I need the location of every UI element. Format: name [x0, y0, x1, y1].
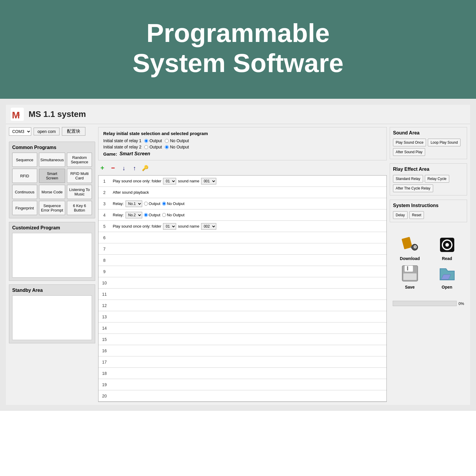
prog-btn-continuous[interactable]: Continuous — [12, 185, 37, 199]
relay-effect-title: Rlay Effect Area — [393, 167, 464, 172]
sound-select[interactable]: 001 — [201, 178, 216, 184]
app-logo: M S — [11, 108, 24, 121]
edit-button[interactable]: 🔑 — [141, 164, 149, 172]
relay-no-output-label[interactable]: No Output — [162, 213, 184, 217]
common-programs-title: Common Programs — [12, 145, 92, 150]
relay-btn-relay-cycle[interactable]: Relay Cycle — [425, 175, 449, 183]
table-row: 7 — [98, 243, 386, 255]
row-content — [110, 339, 386, 340]
folder-select[interactable]: 01 — [163, 223, 176, 230]
row-content — [110, 328, 386, 329]
port-select[interactable]: COM3 — [9, 127, 31, 136]
table-row: 13 — [98, 311, 386, 322]
relay2-no-output-radio[interactable] — [165, 145, 169, 149]
prog-btn-rfid[interactable]: RFID — [12, 169, 37, 183]
row-number: 10 — [98, 281, 110, 285]
prog-btn-sequence[interactable]: Sequence — [12, 153, 37, 167]
prog-btn-sequence-error-prompt[interactable]: Sequence Error Prompt — [39, 201, 65, 215]
sound-btn-after-sound-play[interactable]: After Sound Play — [393, 148, 425, 156]
sys-btn-reset[interactable]: Reset — [409, 211, 424, 219]
relay-output-label[interactable]: Output — [144, 201, 160, 206]
config-block-button[interactable]: 配置块 — [62, 127, 85, 136]
relay-no-output-radio[interactable] — [162, 213, 166, 217]
move-up-button[interactable]: ↑ — [130, 164, 139, 172]
save-icon — [400, 264, 419, 283]
svg-point-9 — [445, 243, 449, 247]
table-row: 11 — [98, 289, 386, 300]
table-row: 5 Play sound once only: folder 01 sound … — [98, 221, 386, 232]
row-content — [110, 395, 386, 397]
table-row: 4 Relay: No.2 Output No Output — [98, 209, 386, 221]
table-row: 19 — [98, 379, 386, 390]
relay1-no-output-label[interactable]: No Output — [165, 138, 189, 143]
sound-btn-play-sound-once[interactable]: Play Sound Once — [393, 139, 426, 146]
relay-no-output-label[interactable]: No Output — [162, 201, 184, 206]
prog-btn-fingerprint[interactable]: Fingerprint — [12, 201, 37, 215]
relay2-output-label[interactable]: Output — [144, 145, 162, 149]
row-number: 20 — [98, 394, 110, 398]
header-title: Programmable System Software — [12, 18, 464, 78]
customized-program-box — [12, 233, 92, 278]
relay2-no-output-label[interactable]: No Output — [165, 145, 189, 149]
download-button[interactable]: ⚙ Download — [393, 235, 427, 261]
relay-output-label[interactable]: Output — [144, 213, 160, 217]
relay1-output-label[interactable]: Output — [144, 138, 162, 143]
relay-num-select[interactable]: No.2 — [126, 212, 142, 218]
right-panel: Sound Area Play Sound OnceLoop Play Soun… — [390, 127, 467, 402]
row-number: 18 — [98, 371, 110, 376]
table-row: 8 — [98, 255, 386, 266]
prog-btn-morse-code[interactable]: Morse Code — [39, 185, 65, 199]
relay1-no-output-radio[interactable] — [165, 139, 169, 143]
common-programs-grid: SequenceSimultaneousRandom SequenceRFIDS… — [12, 153, 92, 215]
prog-btn-random-sequence[interactable]: Random Sequence — [67, 153, 92, 167]
add-button[interactable]: + — [98, 164, 107, 172]
sound-select[interactable]: 002 — [201, 223, 216, 230]
relay-config: Relay initial state selection and select… — [98, 127, 387, 160]
open-button[interactable]: Open — [430, 264, 464, 289]
prog-btn-6-key-6-button[interactable]: 6 Key 6 Button — [67, 201, 92, 215]
system-instructions-buttons: DelayReset — [393, 211, 464, 219]
program-table: 1 Play sound once only: folder 01 sound … — [98, 175, 387, 402]
relay2-output-radio[interactable] — [144, 145, 148, 149]
progress-bar — [393, 301, 457, 306]
game-label: Game: — [103, 151, 117, 156]
row-number: 8 — [98, 258, 110, 263]
prog-btn-listening-to-music[interactable]: Listening To Music — [67, 185, 92, 199]
app-title: MS 1.1 system — [29, 109, 86, 119]
sound-btn-loop-play-sound[interactable]: Loop Play Sound — [428, 139, 460, 146]
table-row: 15 — [98, 334, 386, 345]
move-down-button[interactable]: ↓ — [120, 164, 128, 172]
sys-btn-delay[interactable]: Delay — [393, 211, 408, 219]
row-content: Relay: No.1 Output No Output — [110, 200, 386, 208]
prog-btn-rfid-multi-card[interactable]: RFID Multi Card — [67, 169, 92, 183]
open-icon — [438, 264, 457, 283]
sound-name-label: sound name — [178, 179, 199, 183]
save-button[interactable]: Save — [393, 264, 427, 289]
row-content — [110, 260, 386, 261]
prog-btn-simultaneous[interactable]: Simultaneous — [39, 153, 65, 167]
read-button[interactable]: Read — [430, 235, 464, 261]
row-content — [110, 237, 386, 238]
system-instructions: System Instructions DelayReset — [390, 200, 467, 222]
download-icon: ⚙ — [400, 235, 419, 254]
table-row: 9 — [98, 266, 386, 277]
relay-btn-standard-relay[interactable]: Standard Relay — [393, 175, 423, 183]
customized-program-area: Customized Program — [9, 222, 95, 281]
folder-select[interactable]: 01 — [163, 178, 176, 184]
relay-output-radio[interactable] — [144, 213, 148, 217]
row-content — [110, 294, 386, 295]
relay-num-select[interactable]: No.1 — [126, 201, 142, 207]
relay-label: Relay: — [113, 213, 124, 217]
prog-btn-smart-screen[interactable]: Smart Screen — [39, 169, 65, 183]
relay-btn-after-the-cycle-relay[interactable]: After The Cycle Relay — [393, 184, 433, 192]
open-com-button[interactable]: open com — [34, 128, 60, 135]
relay2-label: Initial state of relay 2 — [103, 145, 141, 149]
remove-button[interactable]: − — [109, 164, 117, 172]
row-content — [110, 282, 386, 284]
sound-area-title: Sound Area — [393, 130, 464, 136]
relay-no-output-radio[interactable] — [162, 202, 166, 206]
row-number: 17 — [98, 360, 110, 364]
relay-output-radio[interactable] — [144, 202, 148, 206]
row-content — [110, 361, 386, 363]
relay1-output-radio[interactable] — [144, 139, 148, 143]
